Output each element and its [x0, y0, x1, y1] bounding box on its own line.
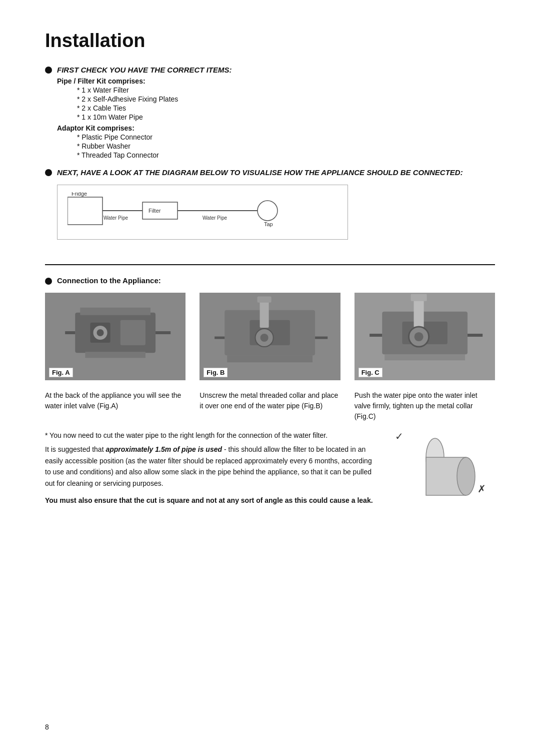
- svg-rect-13: [120, 320, 146, 345]
- fig-b-svg: [200, 293, 340, 380]
- main-text-1: * You now need to cut the water pipe to …: [45, 430, 375, 489]
- figures-text-row: At the back of the appliance you will se…: [45, 390, 495, 422]
- list-item: Plastic Pipe Connector: [77, 133, 495, 141]
- pipe-filter-kit-items: 1 x Water Filter 2 x Self-Adhesive Fixin…: [77, 86, 495, 121]
- svg-text:✓: ✓: [395, 431, 404, 442]
- connection-diagram: Fridge Water Pipe Filter Water Pipe Tap: [57, 185, 348, 240]
- svg-rect-24: [258, 297, 272, 303]
- figure-a-block: Fig. A: [45, 293, 186, 380]
- page-title: Installation: [45, 30, 495, 52]
- fig-a-svg: [45, 293, 186, 380]
- svg-text:Water Pipe: Water Pipe: [104, 215, 128, 221]
- figure-b-block: Fig. B: [200, 293, 340, 380]
- bullet-dot-3: [45, 278, 52, 285]
- svg-text:✗: ✗: [478, 483, 486, 494]
- figures-row: Fig. A Fig. B: [45, 293, 495, 380]
- main-text-block: * You now need to cut the water pipe to …: [45, 430, 375, 506]
- figure-b-label: Fig. B: [204, 368, 228, 377]
- list-item: 1 x Water Filter: [77, 86, 495, 94]
- diagram-title: NEXT, HAVE A LOOK AT THE DIAGRAM BELOW T…: [57, 168, 463, 177]
- page-number: 8: [45, 723, 49, 731]
- svg-point-15: [96, 329, 104, 336]
- svg-text:Fridge: Fridge: [72, 192, 87, 197]
- figure-c-text: Push the water pipe onto the water inlet…: [354, 390, 495, 422]
- connection-title: Connection to the Appliance:: [57, 276, 161, 285]
- diagram-header: NEXT, HAVE A LOOK AT THE DIAGRAM BELOW T…: [45, 168, 495, 177]
- list-item: Rubber Washer: [77, 142, 495, 150]
- figure-a-text: At the back of the appliance you will se…: [45, 390, 186, 422]
- svg-point-26: [260, 334, 268, 342]
- svg-rect-27: [228, 355, 313, 362]
- svg-text:Filter: Filter: [148, 208, 161, 214]
- list-item: 1 x 10m Water Pipe: [77, 113, 495, 121]
- diagram-section: NEXT, HAVE A LOOK AT THE DIAGRAM BELOW T…: [45, 168, 495, 249]
- cut-pipe-star: *: [45, 431, 50, 439]
- list-item: Threaded Tap Connector: [77, 151, 495, 159]
- svg-text:Water Pipe: Water Pipe: [202, 215, 228, 221]
- first-check-header: FIRST CHECK YOU HAVE THE CORRECT ITEMS:: [45, 66, 495, 74]
- bullet-dot-1: [45, 67, 52, 74]
- pipe-illustration: ✓ ✗: [390, 430, 495, 501]
- suggestion-text: It is suggested that approximately 1.5m …: [45, 444, 375, 489]
- svg-rect-16: [80, 308, 150, 315]
- section-divider: [45, 264, 495, 265]
- svg-rect-37: [384, 354, 465, 360]
- svg-point-8: [258, 201, 278, 221]
- svg-point-43: [457, 457, 475, 495]
- bottom-section: * You now need to cut the water pipe to …: [45, 430, 495, 506]
- svg-rect-17: [85, 352, 146, 358]
- svg-rect-0: [68, 197, 102, 225]
- adaptor-kit-items: Plastic Pipe Connector Rubber Washer Thr…: [77, 133, 495, 159]
- svg-point-36: [414, 332, 423, 341]
- figure-a-image: Fig. A: [45, 293, 186, 380]
- fig-c-svg: [354, 293, 495, 380]
- pipe-svg: ✓ ✗: [390, 430, 495, 500]
- figure-b-text: Unscrew the metal threaded collar and pl…: [200, 390, 340, 422]
- adaptor-kit-label: Adaptor Kit comprises:: [57, 124, 495, 132]
- approx-length-text: approximately 1.5m of pipe is used: [106, 445, 222, 453]
- figure-c-image: Fig. C: [354, 293, 495, 380]
- pipe-filter-kit-label: Pipe / Filter Kit comprises:: [57, 77, 495, 85]
- cut-pipe-text: * You now need to cut the water pipe to …: [45, 430, 375, 441]
- square-cut-warning: You must also ensure that the cut is squ…: [45, 495, 375, 506]
- figure-c-label: Fig. C: [358, 368, 382, 377]
- pipe-filter-kit: Pipe / Filter Kit comprises: 1 x Water F…: [57, 77, 495, 159]
- svg-text:Tap: Tap: [264, 221, 273, 227]
- connection-header: Connection to the Appliance:: [45, 276, 495, 285]
- figure-b-image: Fig. B: [200, 293, 340, 380]
- connection-section: Connection to the Appliance:: [45, 276, 495, 506]
- first-check-section: FIRST CHECK YOU HAVE THE CORRECT ITEMS: …: [45, 66, 495, 159]
- list-item: 2 x Self-Adhesive Fixing Plates: [77, 95, 495, 103]
- bullet-dot-2: [45, 169, 52, 176]
- svg-rect-34: [410, 294, 426, 301]
- list-item: 2 x Cable Ties: [77, 104, 495, 112]
- diagram-svg: Fridge Water Pipe Filter Water Pipe Tap: [68, 192, 338, 232]
- figure-c-block: Fig. C: [354, 293, 495, 380]
- first-check-title: FIRST CHECK YOU HAVE THE CORRECT ITEMS:: [57, 66, 232, 74]
- figure-a-label: Fig. A: [49, 368, 73, 377]
